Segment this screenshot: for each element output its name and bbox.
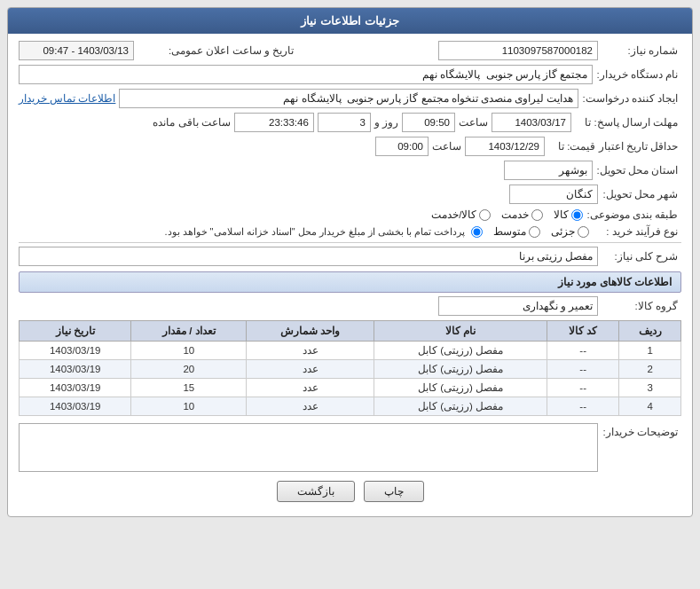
ettelaat-tamas-link[interactable]: اطلاعات تماس خریدار: [19, 92, 115, 105]
row-nav-farayand: نوع فرآیند خرید : جزئی متوسط پرد: [19, 225, 681, 238]
hadd-akhar-saat-label: ساعت: [432, 140, 461, 153]
table-row: 3--مفصل (رزیتی) کابلعدد151403/03/19: [20, 379, 681, 397]
cell-code: --: [547, 379, 619, 397]
mohlat-date-input[interactable]: [492, 113, 571, 132]
nav-moto-radio[interactable]: [529, 226, 540, 238]
mohlat-ersal-label: مهلت ارسال پاسخ: تا: [575, 116, 681, 129]
ijad-konande-input[interactable]: [119, 89, 578, 108]
cell-tedad: 10: [131, 397, 247, 416]
nav-moto-label: متوسط: [493, 225, 526, 238]
shomara-niaz-input[interactable]: [438, 41, 598, 60]
tabaqe-kala-option[interactable]: کالا: [554, 208, 583, 221]
nav-farayand-radio-group: جزئی متوسط: [468, 225, 589, 238]
nav-jozi-radio[interactable]: [578, 226, 589, 238]
bazgasht-button[interactable]: بازگشت: [277, 481, 355, 502]
shahr-input[interactable]: [509, 185, 598, 204]
mohlat-roz-input[interactable]: [318, 113, 371, 132]
card-body: شماره نیاز: تاریخ و ساعت اعلان عمومی: نا…: [8, 34, 692, 516]
cell-vahed: عدد: [247, 397, 374, 416]
nav-moto-option[interactable]: متوسط: [493, 225, 540, 238]
tabaqe-kala-khedmat-radio[interactable]: [479, 209, 491, 221]
col-tedad: تعداد / مقدار: [131, 321, 247, 342]
cell-radif: 2: [619, 360, 681, 379]
cell-vahed: عدد: [247, 360, 374, 379]
cell-name: مفصل (رزیتی) کابل: [374, 379, 547, 397]
shahr-label: شهر محل تحویل:: [602, 188, 681, 200]
nam-dastgah-input[interactable]: [19, 65, 593, 84]
cell-vahed: عدد: [247, 342, 374, 360]
button-row: چاپ بازگشت: [19, 481, 681, 509]
row-sharh: شرح کلی نیاز:: [19, 247, 681, 266]
nav-empty-radio[interactable]: [471, 226, 483, 238]
divider-1: [19, 242, 681, 243]
table-body: 1--مفصل (رزیتی) کابلعدد101403/03/192--مف…: [20, 342, 681, 416]
cell-tarikh: 1403/03/19: [20, 342, 131, 360]
ostan-label: استان محل تحویل:: [596, 164, 681, 177]
tabaqe-kala-khedmat-option[interactable]: کالا/خدمت: [431, 208, 491, 221]
shomara-niaz-label: شماره نیاز:: [602, 44, 681, 57]
cell-vahed: عدد: [247, 379, 374, 397]
cell-name: مفصل (رزیتی) کابل: [374, 397, 547, 416]
row-shahr: شهر محل تحویل:: [19, 185, 681, 204]
touzih-textarea[interactable]: [19, 423, 598, 472]
table-row: 2--مفصل (رزیتی) کابلعدد201403/03/19: [20, 360, 681, 379]
kala-table: ردیف کد کالا نام کالا واحد شمارش تعداد /…: [19, 320, 681, 416]
sharh-koli-input[interactable]: [19, 247, 598, 266]
tabaqe-kala-label: کالا: [554, 208, 569, 221]
row-mohlat: مهلت ارسال پاسخ: تا ساعت روز و ساعت باقی…: [19, 113, 681, 132]
cell-code: --: [547, 360, 619, 379]
cell-tarikh: 1403/03/19: [20, 379, 131, 397]
cell-radif: 4: [619, 397, 681, 416]
mohlat-baqi-label: ساعت باقی مانده: [153, 116, 230, 129]
table-header-row: ردیف کد کالا نام کالا واحد شمارش تعداد /…: [20, 321, 681, 342]
row-tabaqe: طبقه بندی موضوعی: کالا خدمت کالا/خدمت: [19, 208, 681, 221]
goroh-kala-label: گروه کالا:: [602, 300, 681, 312]
tabaqe-kala-radio[interactable]: [571, 209, 583, 221]
nam-dastgah-label: نام دستگاه خریدار:: [596, 68, 681, 81]
main-card: جزئیات اطلاعات نیاز شماره نیاز: تاریخ و …: [7, 7, 693, 517]
page-wrapper: جزئیات اطلاعات نیاز شماره نیاز: تاریخ و …: [0, 0, 700, 589]
cell-code: --: [547, 397, 619, 416]
mohlat-saat-label: ساعت: [459, 116, 488, 129]
hadd-akhar-date-input[interactable]: [465, 137, 545, 156]
ostan-input[interactable]: [504, 161, 593, 180]
tabaqe-khedmat-radio[interactable]: [531, 209, 543, 221]
row-nam-dastgah: نام دستگاه خریدار:: [19, 65, 681, 84]
cell-tedad: 15: [131, 379, 247, 397]
cell-tarikh: 1403/03/19: [20, 397, 131, 416]
mohlat-baqi-input[interactable]: [234, 113, 314, 132]
nav-farayand-label: نوع فرآیند خرید :: [593, 225, 681, 238]
cell-name: مفصل (رزیتی) کابل: [374, 360, 547, 379]
goroh-kala-input[interactable]: [438, 296, 598, 316]
sharh-koli-label: شرح کلی نیاز:: [602, 250, 681, 263]
tabaqe-kala-khedmat-label: کالا/خدمت: [431, 208, 476, 221]
col-tarikh: تاریخ نیاز: [20, 321, 131, 342]
row-shomara: شماره نیاز: تاریخ و ساعت اعلان عمومی:: [19, 41, 681, 60]
nav-jozi-label: جزئی: [551, 225, 575, 238]
touzih-label: توضیحات خریدار:: [602, 423, 681, 438]
chap-button[interactable]: چاپ: [364, 481, 424, 502]
col-radif: ردیف: [619, 321, 681, 342]
row-goroh-kala: گروه کالا:: [19, 296, 681, 316]
ettelaat-kala-header: اطلاعات کالاهای مورد نیاز: [19, 271, 681, 293]
row-ijad: ایجاد کننده درخواست: اطلاعات تماس خریدار: [19, 89, 681, 108]
cell-name: مفصل (رزیتی) کابل: [374, 342, 547, 360]
mohlat-saat-input[interactable]: [402, 113, 455, 132]
nav-empty-option[interactable]: [468, 226, 483, 238]
hadd-akhar-label: حداقل تاریخ اعتبار قیمت: تا: [548, 140, 681, 153]
tabaqe-khedmat-option[interactable]: خدمت: [501, 208, 543, 221]
nav-jozi-option[interactable]: جزئی: [551, 225, 589, 238]
mohlat-roz-label: روز و: [374, 116, 398, 129]
nav-farayand-note: پرداخت تمام با بخشی از مبلغ خریدار محل "…: [19, 226, 465, 238]
table-row: 4--مفصل (رزیتی) کابلعدد101403/03/19: [20, 397, 681, 416]
row-ostan: استان محل تحویل:: [19, 161, 681, 180]
tabaqe-radio-group: کالا خدمت کالا/خدمت: [431, 208, 583, 221]
tarikh-saat-input[interactable]: [19, 41, 134, 60]
row-touzih: توضیحات خریدار:: [19, 423, 681, 472]
cell-tarikh: 1403/03/19: [20, 360, 131, 379]
cell-radif: 1: [619, 342, 681, 360]
hadd-akhar-saat-input[interactable]: [375, 137, 429, 156]
row-hadd: حداقل تاریخ اعتبار قیمت: تا ساعت: [19, 137, 681, 156]
cell-radif: 3: [619, 379, 681, 397]
tabaqe-label: طبقه بندی موضوعی:: [586, 208, 681, 221]
